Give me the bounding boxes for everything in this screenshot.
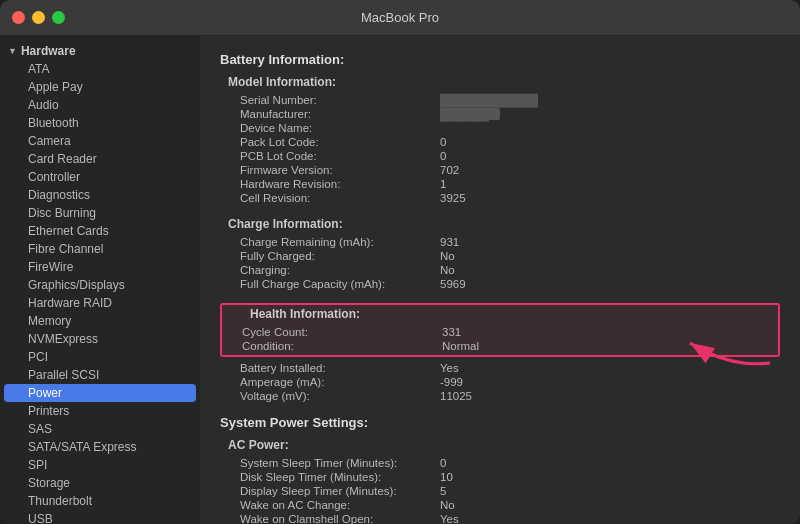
serial-number-row: Serial Number: ████████████: [220, 93, 780, 107]
full-charge-value: 5969: [440, 278, 466, 290]
sidebar-item-diagnostics[interactable]: Diagnostics: [0, 186, 200, 204]
ac-power-title: AC Power:: [220, 438, 780, 452]
wake-clamshell-row: Wake on Clamshell Open: Yes: [220, 512, 780, 524]
close-button[interactable]: [12, 11, 25, 24]
health-info-title: Health Information:: [222, 307, 778, 321]
titlebar: MacBook Pro: [0, 0, 800, 36]
cycle-count-label: Cycle Count:: [242, 326, 442, 338]
system-sleep-row: System Sleep Timer (Minutes): 0: [220, 456, 780, 470]
firmware-version-row: Firmware Version: 702: [220, 163, 780, 177]
wake-ac-row: Wake on AC Change: No: [220, 498, 780, 512]
device-name-label: Device Name:: [240, 122, 440, 134]
main-layout: ▼ Hardware ATA Apple Pay Audio Bluetooth…: [0, 36, 800, 524]
cell-revision-label: Cell Revision:: [240, 192, 440, 204]
sidebar-item-graphics-displays[interactable]: Graphics/Displays: [0, 276, 200, 294]
sidebar-item-memory[interactable]: Memory: [0, 312, 200, 330]
sidebar-item-hardware-raid[interactable]: Hardware RAID: [0, 294, 200, 312]
voltage-value: 11025: [440, 390, 472, 402]
fully-charged-value: No: [440, 250, 455, 262]
minimize-button[interactable]: [32, 11, 45, 24]
sidebar-item-ata[interactable]: ATA: [0, 60, 200, 78]
charge-remaining-row: Charge Remaining (mAh): 931: [220, 235, 780, 249]
sidebar-item-firewire[interactable]: FireWire: [0, 258, 200, 276]
hardware-arrow-icon: ▼: [8, 46, 17, 56]
condition-value: Normal: [442, 340, 479, 352]
sidebar-item-card-reader[interactable]: Card Reader: [0, 150, 200, 168]
sidebar-item-audio[interactable]: Audio: [0, 96, 200, 114]
amperage-value: -999: [440, 376, 463, 388]
amperage-label: Amperage (mA):: [240, 376, 440, 388]
content-area: Battery Information: Model Information: …: [200, 36, 800, 524]
sidebar[interactable]: ▼ Hardware ATA Apple Pay Audio Bluetooth…: [0, 36, 200, 524]
maximize-button[interactable]: [52, 11, 65, 24]
cycle-count-value: 331: [442, 326, 461, 338]
display-sleep-value: 5: [440, 485, 446, 497]
fully-charged-row: Fully Charged: No: [220, 249, 780, 263]
sidebar-item-sata-express[interactable]: SATA/SATA Express: [0, 438, 200, 456]
sidebar-item-parallel-scsi[interactable]: Parallel SCSI: [0, 366, 200, 384]
sidebar-item-storage[interactable]: Storage: [0, 474, 200, 492]
display-sleep-row: Display Sleep Timer (Minutes): 5: [220, 484, 780, 498]
charging-value: No: [440, 264, 455, 276]
health-info-section: Health Information: Cycle Count: 331 Con…: [220, 303, 780, 357]
charging-label: Charging:: [240, 264, 440, 276]
battery-installed-value: Yes: [440, 362, 459, 374]
device-name-row: Device Name:: [220, 121, 780, 135]
system-sleep-label: System Sleep Timer (Minutes):: [240, 457, 440, 469]
hardware-section-header[interactable]: ▼ Hardware: [0, 42, 200, 60]
sidebar-item-spi[interactable]: SPI: [0, 456, 200, 474]
wake-clamshell-value: Yes: [440, 513, 459, 524]
display-sleep-label: Display Sleep Timer (Minutes):: [240, 485, 440, 497]
pack-lot-code-label: Pack Lot Code:: [240, 136, 440, 148]
wake-clamshell-label: Wake on Clamshell Open:: [240, 513, 440, 524]
voltage-label: Voltage (mV):: [240, 390, 440, 402]
ac-power-group: AC Power: System Sleep Timer (Minutes): …: [220, 438, 780, 524]
sidebar-item-sas[interactable]: SAS: [0, 420, 200, 438]
cell-revision-row: Cell Revision: 3925: [220, 191, 780, 205]
sidebar-item-fibre-channel[interactable]: Fibre Channel: [0, 240, 200, 258]
window-controls: [12, 11, 65, 24]
battery-info-title: Battery Information:: [220, 52, 780, 67]
sidebar-item-usb[interactable]: USB: [0, 510, 200, 524]
sidebar-item-camera[interactable]: Camera: [0, 132, 200, 150]
sidebar-item-power[interactable]: Power: [4, 384, 196, 402]
charge-info-group: Charge Information: Charge Remaining (mA…: [220, 217, 780, 291]
condition-row: Condition: Normal: [222, 339, 778, 353]
pcb-lot-code-label: PCB Lot Code:: [240, 150, 440, 162]
firmware-version-value: 702: [440, 164, 459, 176]
pcb-lot-code-row: PCB Lot Code: 0: [220, 149, 780, 163]
voltage-row: Voltage (mV): 11025: [220, 389, 780, 403]
model-info-title: Model Information:: [220, 75, 780, 89]
serial-number-label: Serial Number:: [240, 94, 440, 106]
manufacturer-row: Manufacturer: ██████: [220, 107, 780, 121]
serial-number-value: ████████████: [440, 94, 538, 106]
battery-installed-label: Battery Installed:: [240, 362, 440, 374]
sidebar-item-controller[interactable]: Controller: [0, 168, 200, 186]
model-info-group: Model Information: Serial Number: ██████…: [220, 75, 780, 205]
main-window: MacBook Pro ▼ Hardware ATA Apple Pay Aud…: [0, 0, 800, 524]
pcb-lot-code-value: 0: [440, 150, 446, 162]
hardware-section-label: Hardware: [21, 44, 76, 58]
system-power-title: System Power Settings:: [220, 415, 780, 430]
amperage-row: Amperage (mA): -999: [220, 375, 780, 389]
charge-remaining-label: Charge Remaining (mAh):: [240, 236, 440, 248]
condition-label: Condition:: [242, 340, 442, 352]
sidebar-item-pci[interactable]: PCI: [0, 348, 200, 366]
charging-row: Charging: No: [220, 263, 780, 277]
disk-sleep-value: 10: [440, 471, 453, 483]
sidebar-item-apple-pay[interactable]: Apple Pay: [0, 78, 200, 96]
pack-lot-code-value: 0: [440, 136, 446, 148]
disk-sleep-label: Disk Sleep Timer (Minutes):: [240, 471, 440, 483]
pack-lot-code-row: Pack Lot Code: 0: [220, 135, 780, 149]
battery-installed-row: Battery Installed: Yes: [220, 361, 780, 375]
manufacturer-value: ██████: [440, 108, 500, 120]
sidebar-item-nvmexpress[interactable]: NVMExpress: [0, 330, 200, 348]
sidebar-item-bluetooth[interactable]: Bluetooth: [0, 114, 200, 132]
wake-ac-label: Wake on AC Change:: [240, 499, 440, 511]
sidebar-item-ethernet-cards[interactable]: Ethernet Cards: [0, 222, 200, 240]
sidebar-item-printers[interactable]: Printers: [0, 402, 200, 420]
battery-misc-group: Battery Installed: Yes Amperage (mA): -9…: [220, 361, 780, 403]
sidebar-item-disc-burning[interactable]: Disc Burning: [0, 204, 200, 222]
sidebar-item-thunderbolt[interactable]: Thunderbolt: [0, 492, 200, 510]
hardware-revision-label: Hardware Revision:: [240, 178, 440, 190]
